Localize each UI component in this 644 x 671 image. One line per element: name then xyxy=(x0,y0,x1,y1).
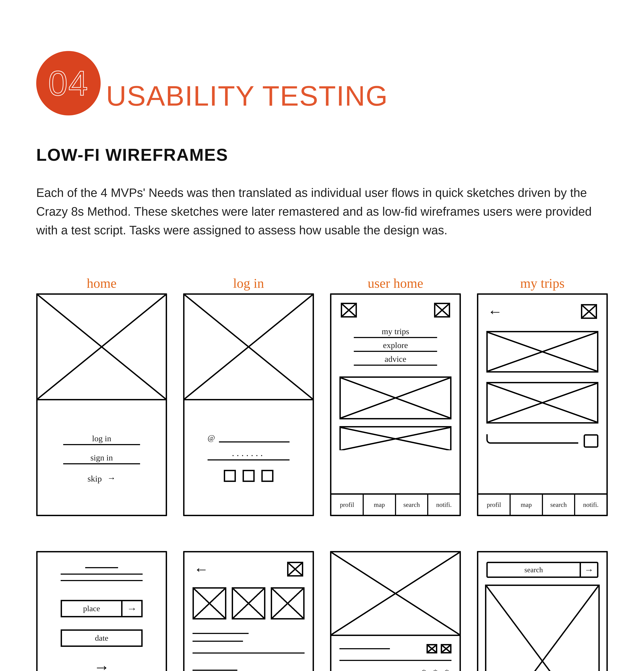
email-icon: @ xyxy=(208,433,215,442)
nav-map: map xyxy=(364,495,396,515)
hero-image-placeholder xyxy=(331,552,460,636)
wireframe-plan-trip: place → date → profil map search notifi.… xyxy=(36,551,167,671)
title-line xyxy=(339,648,390,649)
thumb-card xyxy=(232,587,266,619)
wireframe-explore: ← profil map search xyxy=(183,551,314,671)
header-line xyxy=(61,573,143,575)
thumb-card xyxy=(271,587,305,619)
section-number: 04 xyxy=(48,63,89,103)
rating-stars-icon: * * * xyxy=(422,667,451,671)
wireframe-about-place: * * * profil map search notifi. about th… xyxy=(330,551,461,671)
text-line xyxy=(339,660,451,661)
nav-notifi: notifi. xyxy=(428,495,460,515)
menu-advice: advice xyxy=(354,352,437,366)
phone-frame: ← profil map search notifi. xyxy=(477,293,608,516)
arrow-right-icon: → xyxy=(107,474,116,484)
wireframe-label: user home xyxy=(368,275,423,291)
wireframe-login: log in @ ······· xyxy=(183,275,314,516)
phone-frame: log in sign in skip → xyxy=(36,293,167,516)
skip-link: skip → xyxy=(63,470,140,484)
nav-notifi: notifi. xyxy=(575,495,606,515)
wireframe-my-trips: my trips ← profil map search notifi. xyxy=(477,275,608,516)
social-login-box xyxy=(243,470,255,482)
action-icon xyxy=(441,644,451,654)
phone-frame: @ ······· xyxy=(183,293,314,516)
map-placeholder xyxy=(485,585,600,671)
list-item-stub xyxy=(486,434,578,444)
section-number-badge: 04 xyxy=(36,51,101,115)
social-login-box xyxy=(261,470,273,482)
phone-frame: ← profil map search xyxy=(183,551,314,671)
nav-map: map xyxy=(511,495,543,515)
wireframe-map: search → map xyxy=(477,551,608,671)
action-icon xyxy=(426,644,437,654)
text-line xyxy=(193,633,249,634)
wireframe-user-home: user home my trips explore advice profil… xyxy=(330,275,461,516)
wireframe-label: home xyxy=(87,275,116,291)
arrow-right-icon: → xyxy=(580,563,597,577)
social-login-box xyxy=(224,470,236,482)
skip-text: skip xyxy=(88,474,102,484)
password-dots: ······· xyxy=(208,452,289,459)
header-line xyxy=(61,580,143,581)
date-input: date xyxy=(95,633,108,643)
email-input xyxy=(219,441,289,442)
menu-explore: explore xyxy=(354,338,437,352)
section-title: USABILITY TESTING xyxy=(106,82,388,115)
card-placeholder xyxy=(339,377,451,419)
nav-profil: profil xyxy=(478,495,511,515)
back-arrow-icon: ← xyxy=(488,304,502,319)
section-header: 04 USABILITY TESTING xyxy=(36,51,608,115)
nav-search: search xyxy=(543,495,575,515)
arrow-right-icon: → xyxy=(121,601,141,616)
bottom-nav: profil map search notifi. xyxy=(478,493,606,515)
settings-icon xyxy=(434,303,450,317)
hero-image-placeholder xyxy=(38,295,166,400)
avatar-icon xyxy=(341,303,357,317)
text-line xyxy=(193,670,237,671)
card-placeholder xyxy=(339,426,451,450)
settings-icon xyxy=(287,562,303,577)
wireframe-label: my trips xyxy=(520,275,565,291)
text-line xyxy=(193,641,243,642)
back-arrow-icon: ← xyxy=(194,562,209,577)
wireframe-label: log in xyxy=(233,275,264,291)
hero-image-placeholder xyxy=(184,295,313,400)
phone-frame: my trips explore advice profil map searc… xyxy=(330,293,461,516)
nav-search: search xyxy=(396,495,428,515)
arrow-right-icon: → xyxy=(94,659,110,671)
trip-card xyxy=(486,382,598,423)
wireframe-home: home log in sign in skip → xyxy=(36,275,167,516)
phone-frame: place → date → profil map search notifi. xyxy=(36,551,167,671)
bottom-nav: profil map search notifi. xyxy=(331,493,460,515)
search-input: search xyxy=(488,566,580,574)
settings-icon xyxy=(581,304,597,319)
phone-frame: search → map xyxy=(477,551,608,671)
nav-profil: profil xyxy=(331,495,364,515)
divider-line xyxy=(193,653,305,654)
subsection-title: LOW-FI WIREFRAMES xyxy=(36,145,608,165)
signin-link: sign in xyxy=(63,451,140,464)
thumb-card xyxy=(193,587,226,619)
add-box-icon xyxy=(584,434,598,448)
phone-frame: * * * profil map search notifi. xyxy=(330,551,461,671)
login-link: log in xyxy=(63,431,140,445)
place-input: place xyxy=(62,604,121,613)
header-line xyxy=(85,567,118,568)
section-body: Each of the 4 MVPs' Needs was then trans… xyxy=(36,183,600,240)
wireframes-grid: home log in sign in skip → log in xyxy=(36,275,608,671)
trip-card xyxy=(486,331,598,372)
menu-my-trips: my trips xyxy=(354,324,437,338)
